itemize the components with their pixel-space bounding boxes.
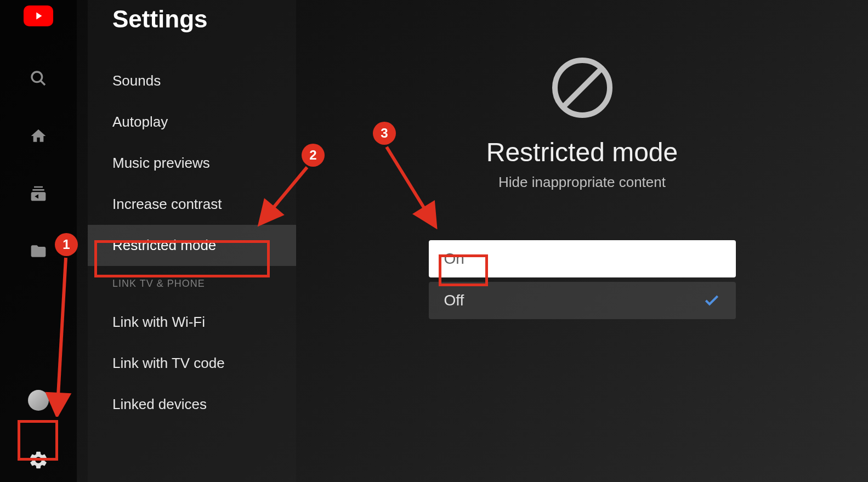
option-on-label: On: [444, 250, 464, 268]
subscriptions-icon[interactable]: [27, 183, 49, 205]
svg-line-3: [563, 69, 602, 107]
option-on[interactable]: On: [429, 240, 736, 277]
search-icon[interactable]: [27, 67, 49, 89]
settings-item-link-wifi[interactable]: Link with Wi-Fi: [88, 302, 296, 343]
settings-section-header: LINK TV & PHONE: [88, 266, 296, 302]
settings-item-increase-contrast[interactable]: Increase contrast: [88, 184, 296, 225]
settings-item-link-tv-code[interactable]: Link with TV code: [88, 343, 296, 384]
settings-item-linked-devices[interactable]: Linked devices: [88, 384, 296, 425]
settings-item-sounds[interactable]: Sounds: [88, 60, 296, 101]
option-off-label: Off: [444, 292, 464, 309]
library-icon[interactable]: [27, 240, 49, 262]
restricted-prohibit-icon: [549, 55, 615, 121]
option-off[interactable]: Off: [429, 282, 736, 319]
settings-menu-panel: Settings Sounds Autoplay Music previews …: [88, 0, 296, 482]
home-icon[interactable]: [27, 125, 49, 147]
settings-gear-icon[interactable]: [27, 449, 49, 471]
settings-item-restricted-mode[interactable]: Restricted mode: [88, 225, 296, 266]
youtube-logo-icon[interactable]: [24, 5, 53, 26]
svg-line-1: [41, 81, 45, 85]
user-avatar[interactable]: [28, 390, 49, 411]
svg-point-0: [32, 72, 42, 82]
restricted-mode-options: On Off: [429, 240, 736, 319]
checkmark-icon: [703, 292, 721, 309]
detail-title: Restricted mode: [486, 137, 678, 167]
settings-detail-panel: Restricted mode Hide inappropriate conte…: [296, 0, 868, 482]
settings-item-music-previews[interactable]: Music previews: [88, 143, 296, 184]
detail-subtitle: Hide inappropriate content: [498, 174, 666, 191]
settings-item-autoplay[interactable]: Autoplay: [88, 101, 296, 143]
settings-title: Settings: [88, 3, 296, 60]
left-navigation-rail: [0, 0, 77, 482]
